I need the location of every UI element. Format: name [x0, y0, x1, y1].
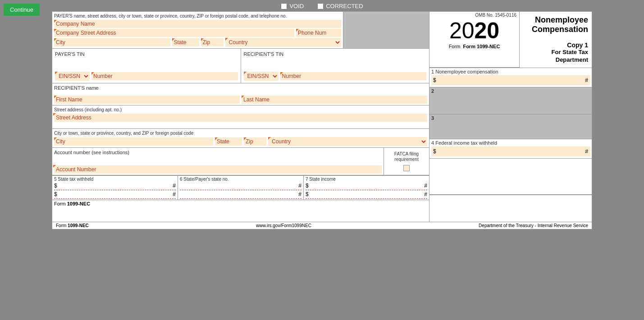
- year-bold: 20: [475, 18, 500, 43]
- recipient-city-input[interactable]: [54, 137, 213, 146]
- box5-dollar-row2: $ #: [54, 190, 176, 199]
- box5-dollar-row: $ #: [54, 182, 176, 190]
- company-street-input[interactable]: [54, 29, 294, 37]
- box7-dollar-row2: $ #: [306, 190, 427, 199]
- box7-dollar2: $: [306, 191, 309, 197]
- tin-section: PAYER'S TIN EIN/SSN EIN SSN: [52, 49, 429, 83]
- year-ombn-block: OMB No. 1545-0116 2020 Form Form 1099-NE…: [429, 12, 520, 68]
- first-name-input[interactable]: [54, 96, 240, 104]
- recipient-country-select[interactable]: Country United States Canada: [268, 137, 427, 146]
- right-state-spacer: [429, 195, 592, 222]
- top-bar: VOID CORRECTED: [0, 0, 644, 11]
- phone-input[interactable]: [296, 29, 341, 37]
- street-section: Street address (including apt. no.): [52, 105, 429, 129]
- box7-hash: #: [424, 183, 427, 189]
- payer-tin-label: PAYER'S TIN: [54, 50, 239, 58]
- recipient-name-label: RECIPIENT'S name: [53, 84, 428, 91]
- year-light: 20: [449, 18, 475, 43]
- corrected-checkbox-label[interactable]: CORRECTED: [317, 3, 363, 9]
- copy-section: Nonemployee Compensation Copy 1 For Stat…: [520, 12, 592, 68]
- box5-label: 5 State tax withheld: [54, 177, 176, 182]
- footer-irs-url: www.irs.gov/Form1099NEC: [256, 223, 311, 228]
- box5-hash-sign2: #: [173, 191, 176, 197]
- box1-dollar-row: $ #: [431, 75, 590, 85]
- box4-dollar: $: [433, 148, 436, 155]
- corrected-label: CORRECTED: [326, 3, 363, 9]
- box4-label: 4 Federal income tax withheld: [431, 140, 590, 146]
- payer-state-input[interactable]: [172, 38, 199, 46]
- payer-zip-input[interactable]: [201, 38, 224, 46]
- account-section: Account number (see instructions): [52, 148, 384, 175]
- year-display: 2020: [429, 18, 519, 43]
- form-number: 1099-NEC: [67, 201, 90, 206]
- box4-hash: #: [585, 148, 588, 155]
- form-left: PAYER'S name, street address, city or to…: [52, 12, 429, 222]
- box7-dollar: $: [306, 183, 309, 189]
- company-name-input[interactable]: [54, 20, 341, 28]
- box6-row: #: [180, 182, 301, 190]
- account-label: Account number (see instructions): [53, 149, 383, 156]
- copy-sub: For State Tax Department: [523, 49, 588, 64]
- street-label: Street address (including apt. no.): [53, 106, 428, 113]
- box1-label: 1 Nonemployee compensation: [431, 69, 590, 74]
- recipient-tin-row: EIN/SSN EIN SSN: [243, 71, 428, 81]
- box7-label: 7 State income: [306, 177, 427, 182]
- payer-tin-row: EIN/SSN EIN SSN: [54, 71, 239, 81]
- fatca-box: FATCA filing requirement: [384, 148, 429, 175]
- box7-section: 7 State income $ # $ #: [304, 176, 429, 200]
- copy-sub2: Department: [556, 56, 588, 63]
- account-number-input[interactable]: [54, 165, 382, 174]
- recipient-city-label: City or town, state or province, country…: [53, 130, 428, 137]
- footer-bottom: Form 1099-NEC www.irs.gov/Form1099NEC De…: [52, 222, 592, 229]
- box1-hash: #: [585, 77, 588, 83]
- form-1099-nec-right: Form 1099-NEC: [463, 44, 500, 49]
- street-address-input[interactable]: [54, 114, 427, 122]
- last-name-input[interactable]: [242, 96, 427, 104]
- box5-dollar-sign2: $: [54, 191, 57, 197]
- payer-tin-number-input[interactable]: [91, 72, 238, 80]
- payer-section: PAYER'S name, street address, city or to…: [52, 12, 429, 49]
- payer-country-select[interactable]: Country United States Canada Mexico: [225, 38, 342, 47]
- recipient-tin-number-input[interactable]: [280, 72, 427, 80]
- recipient-ein-ssn-select[interactable]: EIN/SSN EIN SSN: [244, 72, 279, 81]
- box5-dollar-sign: $: [54, 183, 57, 189]
- state-boxes-row: 5 State tax withheld $ # $ # 6 State/Pay…: [52, 175, 429, 200]
- recipient-zip-input[interactable]: [244, 137, 266, 146]
- box3-section: 3: [429, 114, 592, 139]
- title-line1: Nonemployee: [535, 15, 588, 24]
- right-panel: OMB No. 1545-0116 2020 Form Form 1099-NE…: [429, 12, 592, 222]
- footer-form-name: Form 1099-NEC: [56, 223, 89, 228]
- fatca-checkbox[interactable]: [403, 165, 410, 171]
- box6-row2: #: [180, 190, 301, 199]
- payer-info: PAYER'S name, street address, city or to…: [52, 12, 343, 48]
- payer-ein-ssn-select[interactable]: EIN/SSN EIN SSN: [55, 72, 90, 81]
- fatca-label: FATCA filing requirement: [386, 151, 427, 162]
- continue-button[interactable]: Continue: [4, 4, 40, 16]
- footer-form-num: 1099-NEC: [68, 223, 89, 228]
- box6-hash: #: [298, 183, 301, 189]
- box7-dollar-row: $ #: [306, 182, 427, 190]
- recipient-state-input[interactable]: [215, 137, 242, 146]
- recipient-city-section: City or town, state or province, country…: [52, 129, 429, 148]
- box6-hash2: #: [298, 191, 301, 197]
- box4-dollar-row: $ #: [431, 146, 590, 156]
- recipient-tin-box: RECIPIENT'S TIN EIN/SSN EIN SSN: [241, 49, 429, 83]
- void-label: VOID: [289, 3, 304, 9]
- footer-department: Department of the Treasury - Internal Re…: [479, 223, 588, 228]
- company-name-row: [53, 19, 342, 28]
- box6-section: 6 State/Payer's state no. # #: [178, 176, 304, 200]
- fatca-account-section: Account number (see instructions) FATCA …: [52, 148, 429, 175]
- payer-label: PAYER'S name, street address, city or to…: [53, 13, 342, 19]
- box5-hash-sign: #: [173, 183, 176, 189]
- box4-section: 4 Federal income tax withheld $ #: [429, 139, 592, 159]
- void-checkbox-label[interactable]: VOID: [281, 3, 304, 9]
- box2-section: 2: [429, 87, 592, 114]
- recipient-section: RECIPIENT'S name: [52, 83, 429, 105]
- omb-label: OMB No. 1545-0116: [429, 12, 519, 18]
- payer-city-input[interactable]: [54, 38, 170, 46]
- recipient-name-row: [53, 95, 428, 104]
- void-checkbox[interactable]: [281, 3, 287, 9]
- recipient-tin-label: RECIPIENT'S TIN: [243, 50, 428, 58]
- corrected-checkbox[interactable]: [317, 3, 324, 9]
- form-footer: Form 1099-NEC: [52, 200, 429, 207]
